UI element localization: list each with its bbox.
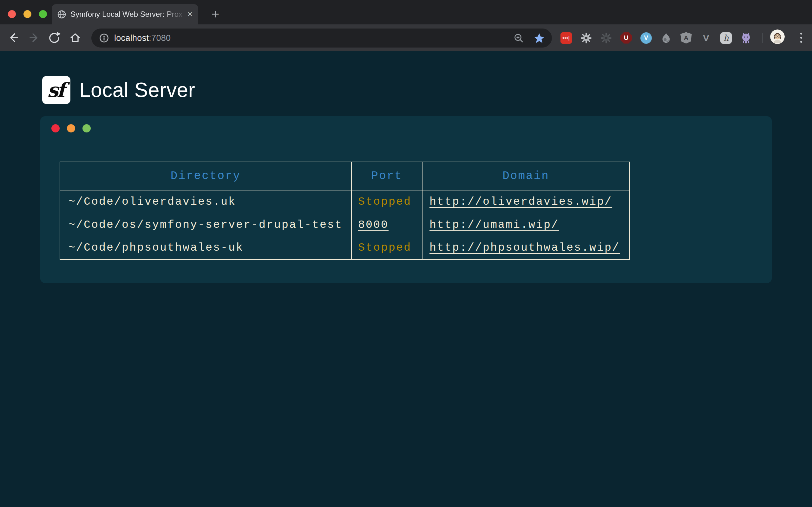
page-content: sf Local Server Directory Port Domain ~/…	[0, 51, 812, 507]
server-card: Directory Port Domain ~/Code/oliverdavie…	[40, 116, 772, 283]
directory-cell: ~/Code/oliverdavies.uk	[60, 190, 351, 213]
port-status: Stopped	[358, 195, 411, 208]
honey-extension-icon[interactable]: h	[720, 32, 732, 44]
table-header-row: Directory Port Domain	[60, 162, 629, 190]
column-header-port: Port	[351, 162, 422, 190]
lastpass-extension-icon[interactable]: •••|	[560, 32, 572, 44]
page-title: Local Server	[79, 78, 195, 102]
table-row: ~/Code/phpsouthwales-uk Stopped http://p…	[60, 236, 629, 260]
home-icon	[67, 29, 84, 46]
symfony-logo: sf	[42, 76, 70, 104]
window-close-button[interactable]	[8, 10, 16, 18]
gear-dark-extension-icon[interactable]	[600, 32, 612, 44]
forward-icon	[26, 29, 43, 46]
zoom-icon[interactable]	[513, 33, 524, 43]
directory-cell: ~/Code/os/symfony-server-drupal-test	[60, 213, 351, 236]
port-link[interactable]: 8000	[358, 219, 389, 231]
symfony-logo-glyph: sf	[47, 78, 65, 102]
url-port: :7080	[149, 33, 171, 43]
url-text[interactable]: localhost:7080	[114, 33, 171, 43]
column-header-domain: Domain	[422, 162, 629, 190]
tab-close-icon[interactable]: ×	[188, 10, 193, 19]
forward-button[interactable]	[26, 29, 43, 46]
ublock-origin-extension-icon[interactable]: U	[620, 32, 632, 44]
domain-link[interactable]: http://oliverdavies.wip/	[429, 195, 612, 208]
servers-table: Directory Port Domain ~/Code/oliverdavie…	[60, 162, 630, 260]
table-row: ~/Code/os/symfony-server-drupal-test 800…	[60, 213, 629, 236]
window-minimize-button[interactable]	[23, 10, 32, 18]
reload-icon	[46, 29, 63, 46]
drupal-extension-icon[interactable]	[660, 32, 672, 44]
back-icon	[5, 29, 22, 46]
extensions-row: •••|	[560, 24, 752, 51]
gear-light-extension-icon[interactable]	[580, 32, 592, 44]
angular-extension-icon[interactable]: A	[680, 32, 692, 44]
vimium-extension-icon[interactable]: V	[641, 32, 652, 44]
browser-toolbar: localhost:7080 •••|	[0, 24, 812, 51]
domain-link[interactable]: http://umami.wip/	[429, 219, 559, 231]
reload-button[interactable]	[46, 29, 63, 46]
orange-dot-icon	[67, 124, 75, 132]
site-header: sf Local Server	[42, 76, 195, 104]
green-dot-icon	[83, 124, 91, 132]
table-row: ~/Code/oliverdavies.uk Stopped http://ol…	[60, 190, 629, 213]
vue-devtools-extension-icon[interactable]: V	[700, 32, 712, 44]
column-header-directory: Directory	[60, 162, 351, 190]
domain-link[interactable]: http://phpsouthwales.wip/	[429, 241, 620, 254]
globe-icon	[57, 10, 66, 19]
github-octocat-extension-icon[interactable]	[740, 32, 752, 44]
browser-tab[interactable]: Symfony Local Web Server: Prox ×	[52, 4, 198, 24]
back-button[interactable]	[5, 29, 22, 46]
url-host: localhost	[114, 33, 149, 43]
tab-strip: Symfony Local Web Server: Prox × +	[0, 0, 812, 24]
site-info-icon[interactable]	[99, 33, 109, 43]
toolbar-separator	[763, 33, 763, 43]
red-dot-icon	[51, 124, 60, 132]
new-tab-button[interactable]: +	[208, 7, 223, 22]
browser-menu-button[interactable]	[794, 29, 808, 46]
home-button[interactable]	[67, 29, 84, 46]
window-maximize-button[interactable]	[39, 10, 47, 18]
profile-avatar[interactable]	[770, 30, 785, 44]
bookmark-star-icon[interactable]	[534, 32, 545, 44]
port-status: Stopped	[358, 241, 411, 254]
window-controls	[8, 10, 47, 18]
directory-cell: ~/Code/phpsouthwales-uk	[60, 236, 351, 260]
address-bar[interactable]: localhost:7080	[91, 29, 552, 48]
tab-title: Symfony Local Web Server: Prox	[70, 10, 186, 19]
terminal-dots	[51, 124, 91, 132]
